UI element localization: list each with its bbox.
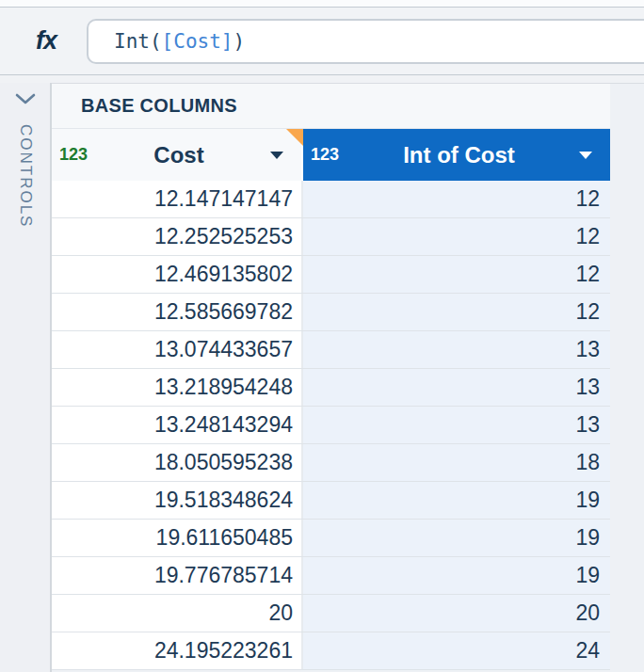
formula-bar: fx Int([Cost])	[0, 7, 644, 75]
table-row: 18.050595238 18	[52, 444, 610, 482]
table-row: 19.776785714 19	[52, 557, 610, 595]
numeric-type-icon: 123	[59, 145, 88, 165]
base-columns-section-header: BASE COLUMNS	[52, 84, 610, 129]
cell-int-of-cost[interactable]: 19	[303, 520, 610, 556]
cell-int-of-cost[interactable]: 12	[303, 294, 610, 330]
cell-int-of-cost[interactable]: 13	[303, 369, 610, 406]
corner-flag-icon	[286, 129, 303, 146]
cell-int-of-cost[interactable]: 13	[303, 407, 610, 443]
fx-icon: fx	[36, 26, 56, 56]
cell-cost[interactable]: 13.248143294	[52, 407, 303, 443]
formula-column-reference: [Cost]	[162, 30, 233, 53]
cell-cost[interactable]: 18.050595238	[52, 444, 303, 481]
table-row: 24.195223261 24	[52, 632, 610, 670]
column-header-int-of-cost[interactable]: 123 Int of Cost	[303, 129, 610, 181]
cell-int-of-cost[interactable]: 19	[303, 557, 610, 594]
top-margin	[0, 0, 644, 7]
table-row: 19.611650485 19	[52, 520, 610, 557]
table-row: 12.585669782 12	[52, 294, 610, 331]
table-row: 12.469135802 12	[52, 256, 610, 294]
cell-cost[interactable]: 19.518348624	[52, 482, 303, 519]
table-row: 12.147147147 12	[52, 181, 610, 218]
cell-cost[interactable]: 19.611650485	[52, 520, 303, 556]
base-columns-label: BASE COLUMNS	[81, 95, 237, 117]
table-row: 19.518348624 19	[52, 482, 610, 520]
cell-int-of-cost[interactable]: 13	[303, 331, 610, 368]
cell-int-of-cost[interactable]: 20	[303, 595, 610, 632]
numeric-type-icon: 123	[311, 145, 339, 165]
divider-strip	[0, 75, 644, 83]
column-header-cost[interactable]: 123 Cost	[52, 129, 303, 181]
column-menu-caret-icon[interactable]	[579, 152, 592, 159]
cell-cost[interactable]: 19.776785714	[52, 557, 303, 594]
cell-int-of-cost[interactable]: 18	[303, 444, 610, 481]
cell-cost[interactable]: 24.195223261	[52, 632, 303, 669]
controls-panel-tab[interactable]: CONTROLS	[0, 83, 52, 672]
chevron-down-icon[interactable]	[13, 92, 38, 109]
table-row: 20 20	[52, 595, 610, 632]
cell-cost[interactable]: 12.469135802	[52, 256, 303, 293]
formula-close-paren: )	[233, 30, 245, 53]
formula-input[interactable]: Int([Cost])	[87, 19, 644, 64]
cell-cost[interactable]: 12.147147147	[52, 181, 303, 217]
table-row: 13.218954248 13	[52, 369, 610, 407]
table-body: 12.147147147 12 12.252525253 12 12.46913…	[52, 181, 610, 670]
controls-panel-label: CONTROLS	[16, 124, 35, 228]
table-row: 13.074433657 13	[52, 331, 610, 369]
cell-int-of-cost[interactable]: 12	[303, 256, 610, 293]
cell-cost[interactable]: 12.252525253	[52, 218, 303, 255]
column-title-cost: Cost	[88, 142, 270, 168]
data-table: BASE COLUMNS 123 Cost 123 Int of Cost 12…	[52, 83, 610, 672]
cell-int-of-cost[interactable]: 12	[303, 181, 610, 217]
column-menu-caret-icon[interactable]	[270, 152, 283, 159]
cell-cost[interactable]: 13.218954248	[52, 369, 303, 406]
empty-canvas-area	[610, 83, 644, 672]
table-row: 13.248143294 13	[52, 407, 610, 444]
table-row: 12.252525253 12	[52, 218, 610, 256]
main-area: CONTROLS BASE COLUMNS 123 Cost 123 Int o…	[0, 83, 644, 672]
formula-function-text: Int(	[114, 30, 162, 53]
cell-int-of-cost[interactable]: 12	[303, 218, 610, 255]
column-title-int-of-cost: Int of Cost	[339, 142, 579, 168]
cell-cost[interactable]: 12.585669782	[52, 294, 303, 330]
cell-int-of-cost[interactable]: 24	[303, 632, 610, 669]
cell-cost[interactable]: 20	[52, 595, 303, 632]
column-headers: 123 Cost 123 Int of Cost	[52, 129, 610, 181]
cell-cost[interactable]: 13.074433657	[52, 331, 303, 368]
cell-int-of-cost[interactable]: 19	[303, 482, 610, 519]
